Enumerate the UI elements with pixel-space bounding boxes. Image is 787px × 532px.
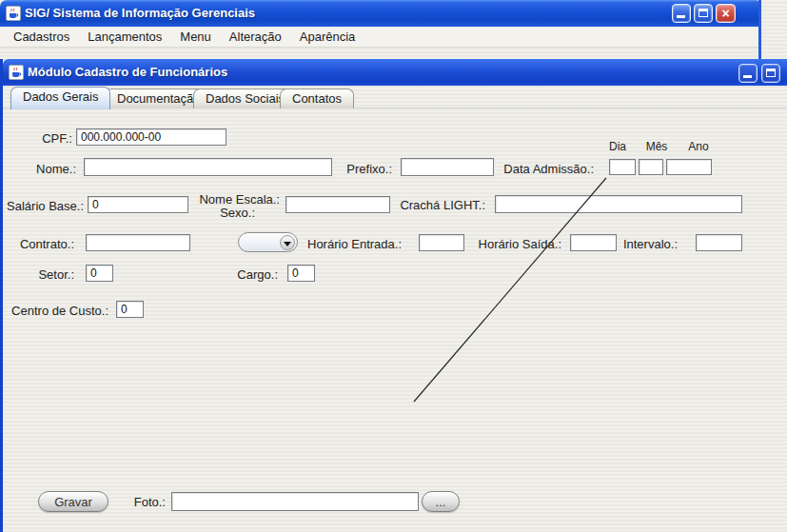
combo-arrow-circle (280, 235, 295, 250)
menu-cadastros[interactable]: Cadastros (8, 28, 75, 46)
screen: { "window": { "title": "SIG/ Sistema de … (0, 0, 787, 532)
module-minimize-glyph (743, 75, 752, 78)
app-title: SIG/ Sistema de Informação Gerenciais (25, 0, 255, 27)
nome-label: Nome.: (17, 162, 76, 176)
foto-label: Foto.: (129, 495, 166, 509)
menu-aparencia[interactable]: Aparência (294, 28, 362, 46)
cracha-light-input[interactable] (495, 195, 742, 213)
module-title: Módulo Cadastro de Funcionários (28, 59, 227, 86)
tab-strip: Dados Gerais Documentação Dados Sociais … (3, 86, 787, 108)
close-glyph: × (717, 5, 735, 22)
minimize-glyph (677, 15, 685, 18)
maximize-icon[interactable] (694, 4, 713, 23)
gravar-button[interactable]: Gravar (38, 491, 108, 512)
browse-button[interactable]: ... (422, 491, 460, 512)
horario-entrada-input[interactable] (419, 234, 464, 251)
setor-label: Setor.: (34, 267, 74, 282)
nome-input[interactable] (84, 158, 332, 176)
horario-saida-label: Horário Saída.: (470, 237, 561, 251)
module-minimize-icon[interactable] (738, 64, 757, 83)
menu-bar: Cadastros Lançamentos Menu Alteração Apa… (0, 27, 761, 48)
salario-base-label: Salário Base.: (2, 199, 84, 213)
cargo-label: Cargo.: (234, 267, 278, 282)
menu-lancamentos[interactable]: Lançamentos (82, 28, 167, 46)
dia-input[interactable] (609, 159, 636, 175)
minimize-icon[interactable] (672, 4, 691, 23)
app-titlebar[interactable]: SIG/ Sistema de Informação Gerenciais × (0, 0, 761, 27)
contrato-label: Contrato.: (15, 237, 74, 251)
cpf-label: CPF.: (17, 131, 72, 146)
prefixo-label: Prefixo.: (335, 162, 392, 176)
java-app-icon (6, 6, 21, 21)
ano-header: Ano (683, 140, 714, 153)
intervalo-label: Intervalo.: (622, 237, 678, 251)
cargo-input[interactable] (287, 265, 315, 282)
dia-header: Dia (603, 140, 632, 153)
module-maximize-icon[interactable] (761, 64, 780, 83)
module-maximize-glyph (766, 69, 776, 77)
horario-saida-input[interactable] (570, 234, 617, 251)
chevron-down-icon (284, 242, 291, 246)
intervalo-input[interactable] (696, 234, 742, 251)
java-module-icon (9, 65, 24, 80)
centro-custo-input[interactable] (116, 301, 144, 318)
cracha-light-label: Crachá LIGHT.: (398, 198, 485, 212)
sexo-combobox[interactable] (238, 232, 298, 252)
mes-input[interactable] (639, 159, 663, 175)
data-admissao-label: Data Admissão.: (499, 162, 594, 176)
module-titlebar[interactable]: Módulo Cadastro de Funcionários (3, 59, 787, 86)
maximize-glyph (698, 9, 708, 17)
setor-input[interactable] (86, 265, 113, 282)
contrato-input[interactable] (86, 234, 190, 251)
horario-entrada-label: Horário Entrada.: (305, 237, 402, 251)
prefixo-input[interactable] (401, 158, 494, 176)
tab-dados-gerais[interactable]: Dados Gerais (10, 87, 110, 109)
nome-escala-label: Nome Escala.: (196, 192, 280, 207)
mes-header: Mês (641, 140, 672, 153)
menu-alteracao[interactable]: Alteração (224, 28, 287, 46)
cpf-input[interactable] (76, 128, 226, 146)
nome-escala-input[interactable] (285, 196, 390, 213)
window-right-border (758, 0, 761, 59)
salario-base-input[interactable] (88, 196, 188, 213)
tab-contatos[interactable]: Contatos (280, 89, 354, 108)
ano-input[interactable] (666, 159, 712, 175)
sexo-label: Sexo.: (196, 206, 255, 220)
foto-input[interactable] (171, 492, 419, 511)
centro-custo-label: Centro de Custo.: (2, 304, 108, 318)
close-icon[interactable]: × (716, 4, 736, 23)
menu-menu[interactable]: Menu (174, 28, 217, 46)
